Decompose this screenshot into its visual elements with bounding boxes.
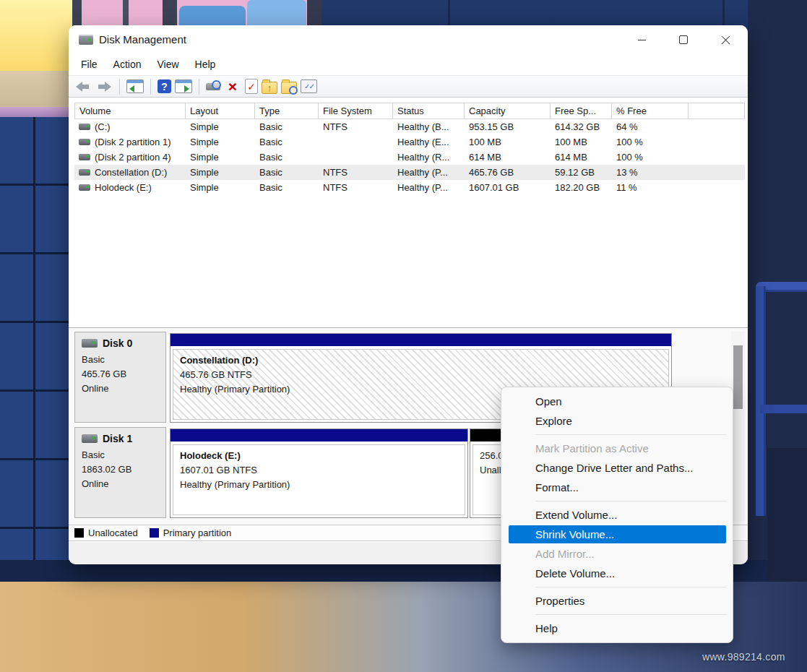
maximize-icon — [679, 35, 688, 44]
disk0-name: Disk 0 — [103, 337, 132, 349]
volume-disk-icon — [79, 184, 90, 191]
menu-file[interactable]: File — [73, 54, 105, 75]
legend-label: Unallocated — [88, 527, 138, 538]
watermark: www.989214.com — [702, 651, 807, 663]
context-menu-item-extend-volume[interactable]: Extend Volume... — [501, 505, 733, 525]
disk-icon — [82, 434, 98, 443]
graph-scrollbar-thumb[interactable] — [733, 345, 743, 409]
legend-label: Primary partition — [163, 527, 232, 538]
wallpaper-window-light — [0, 0, 72, 72]
volume-cell: 1607.01 GB — [465, 182, 551, 193]
column-header-type[interactable]: Type — [255, 103, 319, 119]
volume-cell: Healthy (P... — [393, 167, 465, 178]
volume-row[interactable]: Constellation (D:)SimpleBasicNTFSHealthy… — [74, 165, 745, 180]
menu-view[interactable]: View — [149, 54, 186, 75]
disk-properties-icon[interactable] — [206, 83, 220, 90]
checklist-icon[interactable]: ✓✓ — [301, 79, 317, 93]
context-menu-item-explore[interactable]: Explore — [501, 411, 733, 431]
wallpaper-railing — [756, 286, 766, 516]
menu-action[interactable]: Action — [105, 54, 150, 75]
volume-cell: 465.76 GB — [465, 167, 551, 178]
volume-list-area: VolumeLayoutTypeFile SystemStatusCapacit… — [69, 98, 748, 327]
wallpaper-furniture — [767, 448, 807, 582]
context-menu-item-delete-volume[interactable]: Delete Volume... — [501, 564, 733, 583]
maximize-button[interactable] — [663, 25, 704, 54]
partition-color-bar — [171, 334, 671, 346]
column-header-free-sp-[interactable]: Free Sp... — [551, 103, 612, 119]
volume-row[interactable]: (Disk 2 partition 4)SimpleBasicHealthy (… — [74, 150, 745, 165]
wallpaper-railing — [760, 405, 807, 413]
partition-body: Holodeck (E:) 1607.01 GB NTFS Healthy (P… — [173, 444, 465, 515]
toolbar-separator — [150, 79, 151, 95]
legend-swatch — [74, 528, 84, 538]
show-console-tree-icon[interactable] — [126, 79, 144, 93]
column-header-capacity[interactable]: Capacity — [465, 103, 551, 119]
volume-cell: Simple — [186, 152, 255, 163]
volume-cell: 614 MB — [465, 152, 551, 163]
disk-management-app-icon — [79, 35, 93, 45]
help-icon[interactable]: ? — [157, 79, 171, 93]
volume-row[interactable]: (C:)SimpleBasicNTFSHealthy (B...953.15 G… — [74, 119, 745, 134]
legend-swatch — [150, 528, 159, 538]
context-menu-separator — [535, 614, 726, 615]
volume-cell: Basic — [255, 121, 319, 132]
context-menu-item-help[interactable]: Help — [501, 619, 733, 638]
context-menu-item-format[interactable]: Format... — [501, 478, 733, 497]
column-header-blank[interactable] — [689, 103, 745, 119]
minimize-icon — [638, 40, 646, 40]
volume-cell: Healthy (R... — [393, 152, 465, 163]
show-action-pane-icon[interactable] — [175, 79, 192, 93]
disk1-panel[interactable]: Disk 1 Basic 1863.02 GB Online — [74, 427, 166, 518]
column-header-file-system[interactable]: File System — [319, 103, 393, 119]
check-document-icon[interactable]: ✓ — [245, 79, 258, 94]
column-header-volume[interactable]: Volume — [74, 103, 186, 119]
volume-cell: 59.12 GB — [551, 167, 612, 178]
folder-up-icon[interactable]: ↑ — [262, 82, 277, 94]
column-header-layout[interactable]: Layout — [186, 103, 255, 119]
window-title: Disk Management — [99, 25, 186, 54]
volume-cell: Healthy (E... — [393, 137, 465, 147]
volume-table: VolumeLayoutTypeFile SystemStatusCapacit… — [74, 103, 745, 195]
volume-cell: Simple — [186, 167, 255, 178]
disk0-panel[interactable]: Disk 0 Basic 465.76 GB Online — [74, 332, 166, 423]
disk1-name: Disk 1 — [103, 433, 132, 444]
volume-name-cell: Holodeck (E:) — [74, 182, 186, 193]
volume-cell: 100 MB — [551, 137, 612, 147]
volume-row[interactable]: (Disk 2 partition 1)SimpleBasicHealthy (… — [74, 134, 745, 150]
context-menu-item-properties[interactable]: Properties — [501, 591, 733, 611]
volume-cell: Healthy (B... — [393, 121, 465, 132]
minimize-button[interactable] — [621, 25, 663, 54]
volume-cell: 182.20 GB — [551, 182, 612, 193]
menu-help[interactable]: Help — [187, 54, 224, 75]
back-icon[interactable] — [74, 79, 92, 95]
partition-label: Holodeck (E:) — [180, 449, 458, 463]
menu-bar: FileActionViewHelp — [69, 54, 748, 75]
volume-cell: 100 MB — [465, 137, 551, 147]
volume-name-cell: (C:) — [74, 121, 186, 132]
volume-disk-icon — [79, 169, 90, 176]
toolbar-separator — [119, 79, 120, 95]
close-icon — [721, 35, 730, 45]
volume-table-body: (C:)SimpleBasicNTFSHealthy (B...953.15 G… — [74, 119, 745, 195]
delete-icon[interactable]: × — [224, 79, 241, 95]
partition-size: 1607.01 GB NTFS — [180, 463, 458, 478]
close-button[interactable] — [704, 25, 746, 54]
context-menu-item-shrink-volume[interactable]: Shrink Volume... — [509, 525, 726, 543]
volume-cell: 100 % — [612, 152, 689, 163]
folder-search-icon[interactable] — [281, 82, 297, 94]
column-header-status[interactable]: Status — [393, 103, 465, 119]
partition-context-menu: OpenExploreMark Partition as ActiveChang… — [501, 387, 733, 643]
context-menu-separator — [535, 501, 726, 501]
disk-icon — [82, 339, 98, 348]
legend-item-primary-partition: Primary partition — [150, 527, 232, 538]
column-header--free[interactable]: % Free — [612, 103, 689, 119]
forward-icon[interactable] — [95, 79, 113, 95]
title-bar[interactable]: Disk Management — [69, 25, 748, 54]
partition-holodeck[interactable]: Holodeck (E:) 1607.01 GB NTFS Healthy (P… — [170, 428, 468, 518]
context-menu-item-change-drive-letter-and-paths[interactable]: Change Drive Letter and Paths... — [501, 458, 733, 478]
toolbar-separator — [199, 79, 199, 95]
volume-row[interactable]: Holodeck (E:)SimpleBasicNTFSHealthy (P..… — [74, 180, 745, 195]
context-menu-item-open[interactable]: Open — [501, 392, 733, 411]
caption-buttons — [621, 25, 746, 54]
disk1-type: Basic — [82, 448, 159, 462]
